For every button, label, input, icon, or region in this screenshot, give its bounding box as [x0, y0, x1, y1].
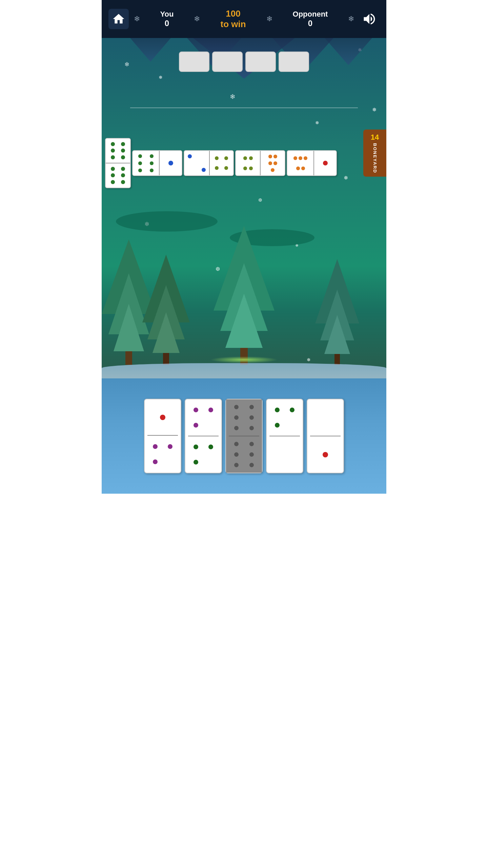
- tree-2: [142, 255, 190, 365]
- home-icon: [112, 12, 125, 26]
- opponent-card-1: [179, 52, 209, 72]
- you-score: 0: [165, 19, 169, 28]
- sound-icon: [362, 12, 377, 26]
- tree-3: [214, 226, 274, 365]
- glow-spot: [210, 356, 278, 363]
- snowflake-12: ❆: [216, 266, 220, 272]
- opponent-card-2: [212, 52, 243, 72]
- separator-line: [130, 107, 358, 108]
- target-score: 100 to win: [220, 8, 246, 29]
- board-area: [105, 138, 337, 188]
- boneyard-button[interactable]: 14 BONEYARD: [363, 130, 386, 177]
- snowflake-16: ❄: [130, 343, 135, 350]
- snowflake-9: ❆: [258, 197, 262, 203]
- board-domino-5[interactable]: [287, 150, 337, 176]
- score-section: ❄ You 0 ❄ 100 to win ❄ Opponent 0: [134, 8, 354, 29]
- board-domino-1[interactable]: [105, 138, 131, 188]
- boneyard-label: BONEYARD: [372, 143, 378, 173]
- tree-4: [315, 259, 359, 365]
- player-domino-1[interactable]: [144, 399, 181, 473]
- opponent-score: 0: [308, 19, 312, 28]
- board-domino-2[interactable]: [132, 150, 182, 176]
- snowflake-center-right: ❄: [266, 15, 272, 23]
- ground-patch-1: [116, 211, 218, 232]
- game-area: ❄ ❅ ❆ ❄ ❅ ❆ ❄ ❅ ❆ ❄ ❅ ❆ ❄ ❅ ❆ ❄ ❅ ❆ ❄ ❅: [102, 38, 386, 494]
- opponent-label: Opponent: [293, 10, 328, 19]
- board-domino-3[interactable]: [184, 150, 234, 176]
- ground-patch-2: [230, 229, 314, 246]
- you-score-block: You 0: [160, 10, 174, 28]
- you-label: You: [160, 10, 174, 19]
- player-domino-3[interactable]: [225, 399, 263, 473]
- boneyard-count: 14: [371, 133, 379, 142]
- opponent-score-block: Opponent 0: [293, 10, 328, 28]
- snowflake-left: ❄: [134, 15, 140, 23]
- player-domino-5[interactable]: [307, 399, 344, 473]
- snowflake-4: ❄: [230, 93, 236, 101]
- player-domino-2[interactable]: [185, 399, 222, 473]
- opponent-cards-area: [179, 52, 309, 72]
- board-domino-4[interactable]: [235, 150, 285, 176]
- snowflake-17: ❅: [307, 357, 311, 362]
- trees-layer: [102, 229, 386, 365]
- header: ❄ You 0 ❄ 100 to win ❄ Opponent 0: [102, 0, 386, 38]
- player-domino-4[interactable]: [266, 399, 303, 473]
- opponent-card-4: [279, 52, 309, 72]
- snowflake-5: ❅: [315, 120, 319, 125]
- snowflake-20: ❅: [372, 106, 377, 113]
- snowflake-center-left: ❄: [194, 15, 200, 23]
- opponent-card-3: [245, 52, 276, 72]
- snowflake-15: ❆: [244, 320, 247, 325]
- game-container: ❄ You 0 ❄ 100 to win ❄ Opponent 0: [102, 0, 386, 494]
- snowflake-13: ❄: [173, 289, 177, 294]
- snowflake-right: ❄: [348, 15, 354, 23]
- tree-1: [102, 239, 156, 365]
- home-button[interactable]: [108, 9, 129, 29]
- target-score-block: 100 to win: [220, 8, 246, 29]
- snowflake-14: ❅: [329, 302, 335, 311]
- snowflake-8: ❅: [344, 175, 348, 181]
- player-hand-area: [102, 378, 386, 494]
- sound-button[interactable]: [359, 9, 380, 29]
